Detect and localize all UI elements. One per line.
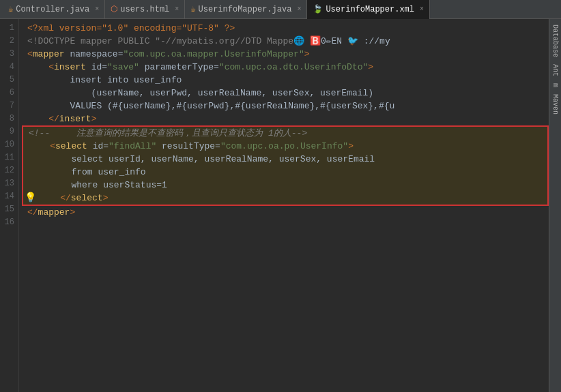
code-line-highlighted: from user_info bbox=[26, 166, 146, 179]
code-line-highlighted: <!-- 注意查询的结果是不查密码，且查询只查状态为 1的人--> bbox=[26, 127, 307, 140]
tab-close-3[interactable]: × bbox=[420, 5, 424, 13]
sidebar-database[interactable]: Database bbox=[550, 22, 560, 60]
code-line: </insert> bbox=[25, 112, 549, 125]
sidebar-ant[interactable]: Ant bbox=[550, 61, 560, 79]
highlighted-code-block: <!-- 注意查询的结果是不查密码，且查询只查状态为 1的人--> <selec… bbox=[22, 125, 549, 206]
code-line: insert into user_info bbox=[25, 74, 549, 87]
code-line: VALUES (#{userName},#{userPwd},#{userRea… bbox=[25, 100, 549, 112]
tab-userinfomapper-java[interactable]: ☕ UserinfoMapper.java × bbox=[185, 0, 307, 19]
code-line: <mapper namespace="com.upc.oa.mapper.Use… bbox=[25, 48, 549, 61]
code-line: <!DOCTYPE mapper PUBLIC "-//mybatis.org/… bbox=[25, 35, 549, 48]
xml-icon: 🍃 bbox=[313, 4, 323, 14]
code-area[interactable]: <?xml version="1.0" encoding="UTF-8" ?><… bbox=[19, 19, 549, 392]
tab-controller-java[interactable]: ☕ Controller.java × bbox=[3, 0, 105, 19]
html-icon: ⬡ bbox=[111, 4, 117, 14]
sidebar-m[interactable]: m bbox=[550, 80, 560, 90]
tab-userinfomapper-xml[interactable]: 🍃 UserinfoMapper.xml × bbox=[307, 0, 430, 19]
sidebar-maven[interactable]: Maven bbox=[550, 91, 560, 117]
tab-users-html[interactable]: ⬡ users.html × bbox=[105, 0, 185, 19]
line-numbers: 12345678910111213141516 bbox=[0, 19, 19, 392]
tab-close-2[interactable]: × bbox=[297, 5, 301, 13]
code-line: <insert id="save" parameterType="com.upc… bbox=[25, 61, 549, 74]
right-sidebar: Database Ant m Maven bbox=[549, 19, 561, 392]
code-line-highlighted: <select id="findAll" resultType="com.upc… bbox=[26, 140, 354, 153]
code-line-highlighted: select userId, userName, userRealName, u… bbox=[26, 153, 375, 166]
java2-icon: ☕ bbox=[190, 4, 195, 14]
editor-container: 12345678910111213141516 <?xml version="1… bbox=[0, 19, 561, 392]
code-line-highlighted: </select> bbox=[36, 192, 108, 205]
code-line: (userName, userPwd, userRealName, userSe… bbox=[25, 87, 549, 100]
code-line: <?xml version="1.0" encoding="UTF-8" ?> bbox=[25, 22, 549, 35]
java-icon: ☕ bbox=[8, 4, 13, 14]
code-line: </mapper> bbox=[25, 206, 549, 219]
tab-close-1[interactable]: × bbox=[175, 5, 179, 13]
hint-icon: 💡 bbox=[25, 192, 36, 205]
code-line-highlighted: where userStatus=1 bbox=[26, 179, 167, 192]
tab-bar: ☕ Controller.java × ⬡ users.html × ☕ Use… bbox=[0, 0, 561, 19]
tab-close-0[interactable]: × bbox=[95, 5, 99, 13]
